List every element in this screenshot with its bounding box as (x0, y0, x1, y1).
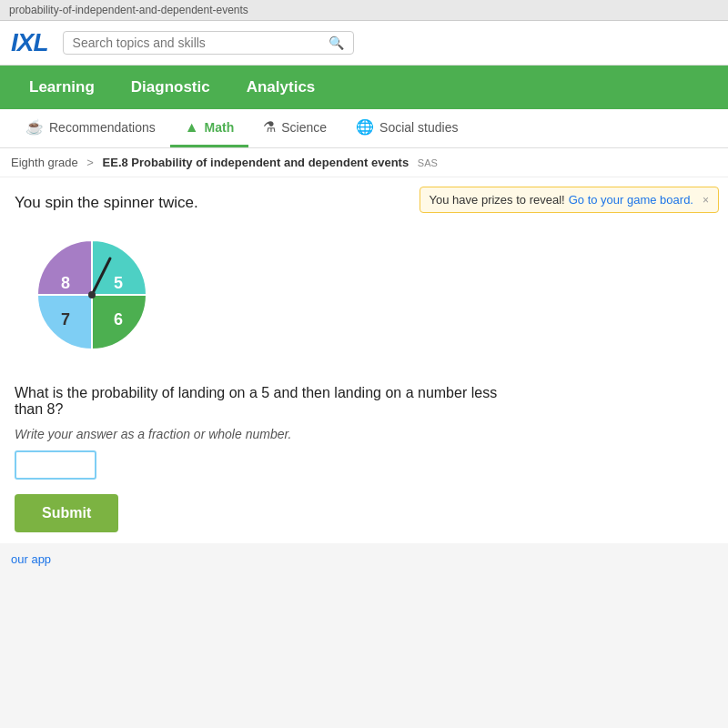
prize-notification: You have prizes to reveal! Go to your ga… (420, 187, 719, 213)
breadcrumb-tag: SAS (418, 157, 438, 168)
math-label: Math (205, 120, 235, 135)
url-bar: probability-of-independent-and-dependent… (0, 0, 728, 21)
math-icon: ▲ (185, 119, 199, 136)
search-icon: 🔍 (329, 35, 344, 50)
submit-button[interactable]: Submit (15, 494, 118, 532)
answer-instruction: Write your answer as a fraction or whole… (15, 427, 713, 441)
sub-nav: ☕ Recommendations ▲ Math ⚗ Science 🌐 Soc… (0, 109, 728, 148)
search-input[interactable] (73, 35, 329, 50)
recommendations-label: Recommendations (49, 120, 156, 135)
nav-item-analytics[interactable]: Analytics (228, 66, 334, 109)
spinner-number-5: 5 (114, 274, 123, 292)
answer-input[interactable] (15, 450, 96, 480)
search-bar[interactable]: 🔍 (63, 31, 354, 55)
spinner-number-6: 6 (114, 310, 123, 329)
footer: our app (0, 543, 728, 575)
app-link[interactable]: our app (11, 552, 51, 566)
breadcrumb-grade[interactable]: Eighth grade (11, 156, 78, 169)
svg-point-1 (88, 291, 96, 298)
spinner-number-7: 7 (61, 310, 70, 329)
spinner-container: 8 5 6 7 (24, 227, 713, 367)
logo-xl: XL (17, 28, 48, 56)
spinner-svg: 8 5 6 7 (24, 227, 160, 363)
ixl-logo[interactable]: IXL (11, 28, 48, 57)
main-content: You have prizes to reveal! Go to your ga… (0, 177, 728, 543)
nav-bar: Learning Diagnostic Analytics (0, 66, 728, 109)
science-label: Science (281, 120, 327, 135)
spinner-number-8: 8 (61, 274, 70, 292)
nav-item-learning[interactable]: Learning (11, 66, 113, 109)
breadcrumb-separator: > (86, 156, 94, 169)
sub-nav-math[interactable]: ▲ Math (170, 110, 249, 147)
url-text: probability-of-independent-and-dependent… (9, 4, 248, 16)
prize-text: You have prizes to reveal! (430, 193, 565, 207)
nav-item-diagnostic[interactable]: Diagnostic (113, 66, 228, 109)
sub-nav-social-studies[interactable]: 🌐 Social studies (341, 109, 472, 147)
sub-nav-recommendations[interactable]: ☕ Recommendations (11, 109, 170, 147)
logo-i: I (11, 28, 17, 56)
recommendations-icon: ☕ (25, 118, 44, 136)
header: IXL 🔍 (0, 21, 728, 66)
question-body: What is the probability of landing on a … (15, 385, 524, 418)
sub-nav-science[interactable]: ⚗ Science (248, 109, 341, 147)
prize-link[interactable]: Go to your game board. (569, 193, 693, 207)
social-studies-icon: 🌐 (356, 118, 374, 136)
social-studies-label: Social studies (379, 120, 458, 135)
science-icon: ⚗ (263, 118, 276, 136)
breadcrumb: Eighth grade > EE.8 Probability of indep… (0, 148, 728, 177)
breadcrumb-topic: EE.8 Probability of independent and depe… (103, 156, 410, 169)
prize-close-icon[interactable]: × (703, 194, 709, 207)
